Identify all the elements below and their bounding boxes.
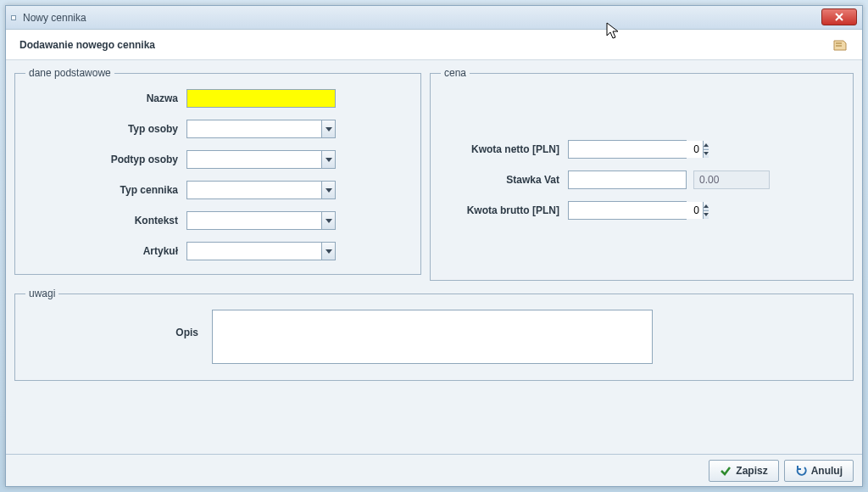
notes-fieldset: uwagi Opis: [14, 288, 854, 381]
kwota-netto-down[interactable]: [704, 150, 709, 159]
window-title: Nowy cennika: [23, 12, 86, 24]
kwota-brutto-spinner[interactable]: [568, 201, 687, 220]
content-area: dane podstawowe Nazwa Typ osoby: [6, 60, 862, 381]
typ-osoby-label: Typ osoby: [25, 123, 186, 135]
basic-data-fieldset: dane podstawowe Nazwa Typ osoby: [14, 67, 421, 275]
footer-bar: Zapisz Anuluj: [6, 454, 862, 486]
kontekst-input[interactable]: [187, 212, 321, 229]
kwota-netto-label: Kwota netto [PLN]: [441, 143, 568, 155]
chevron-down-icon: [326, 127, 332, 131]
kwota-brutto-label: Kwota brutto [PLN]: [441, 204, 568, 216]
artykul-label: Artykuł: [25, 245, 186, 257]
price-fieldset: cena Kwota netto [PLN]: [430, 67, 854, 281]
titlebar: Nowy cennika: [6, 6, 862, 30]
podtyp-osoby-input[interactable]: [187, 151, 321, 168]
price-legend: cena: [441, 67, 470, 79]
nazwa-label: Nazwa: [25, 92, 186, 104]
chevron-down-icon: [326, 188, 332, 193]
typ-cennika-dropdown-button[interactable]: [321, 182, 335, 198]
typ-osoby-input[interactable]: [187, 120, 321, 137]
kwota-netto-input[interactable]: [569, 141, 703, 158]
close-button[interactable]: [821, 8, 857, 25]
chevron-down-icon: [326, 219, 332, 223]
chevron-up-icon: [704, 143, 709, 147]
notes-legend: uwagi: [25, 288, 58, 299]
cancel-button-label: Anuluj: [811, 465, 843, 477]
kontekst-label: Kontekst: [25, 215, 186, 226]
pricelist-icon: [832, 36, 849, 53]
artykul-combo[interactable]: [186, 242, 336, 260]
typ-osoby-dropdown-button[interactable]: [321, 120, 335, 137]
artykul-input[interactable]: [187, 243, 321, 260]
cancel-button[interactable]: Anuluj: [784, 460, 854, 482]
save-button[interactable]: Zapisz: [709, 460, 778, 482]
kwota-netto-spinner[interactable]: [568, 140, 687, 159]
window-icon: [11, 15, 16, 20]
subheader: Dodawanie nowego cennika: [6, 30, 862, 60]
kwota-netto-up[interactable]: [704, 141, 709, 150]
save-button-label: Zapisz: [736, 465, 767, 477]
podtyp-osoby-label: Podtyp osoby: [25, 154, 186, 165]
page-title: Dodawanie nowego cennika: [19, 39, 155, 51]
kwota-brutto-up[interactable]: [704, 202, 709, 211]
undo-icon: [795, 465, 807, 477]
chevron-down-icon: [326, 158, 332, 162]
kwota-brutto-input[interactable]: [569, 202, 703, 219]
chevron-up-icon: [704, 204, 709, 208]
chevron-down-icon: [326, 249, 332, 254]
stawka-vat-combo[interactable]: [568, 171, 687, 189]
vat-display: 0.00: [693, 171, 770, 189]
basic-data-legend: dane podstawowe: [25, 67, 114, 79]
chevron-down-icon: [704, 152, 709, 155]
stawka-vat-label: Stawka Vat: [441, 174, 568, 186]
close-icon: [834, 12, 844, 22]
typ-cennika-combo[interactable]: [186, 181, 336, 199]
typ-osoby-combo[interactable]: [186, 120, 336, 138]
podtyp-osoby-combo[interactable]: [186, 150, 336, 169]
check-icon: [720, 465, 732, 477]
opis-textarea[interactable]: [212, 310, 653, 364]
nazwa-input[interactable]: [186, 89, 336, 108]
typ-cennika-input[interactable]: [187, 182, 321, 198]
kontekst-dropdown-button[interactable]: [321, 212, 335, 229]
kontekst-combo[interactable]: [186, 211, 336, 230]
artykul-dropdown-button[interactable]: [321, 243, 335, 260]
stawka-vat-input[interactable]: [569, 171, 703, 188]
dialog-window: Nowy cennika Dodawanie nowego cennika da…: [5, 5, 863, 487]
kwota-brutto-down[interactable]: [704, 211, 709, 220]
podtyp-osoby-dropdown-button[interactable]: [321, 151, 335, 168]
typ-cennika-label: Typ cennika: [25, 184, 186, 196]
chevron-down-icon: [704, 213, 709, 216]
opis-label: Opis: [25, 310, 212, 338]
